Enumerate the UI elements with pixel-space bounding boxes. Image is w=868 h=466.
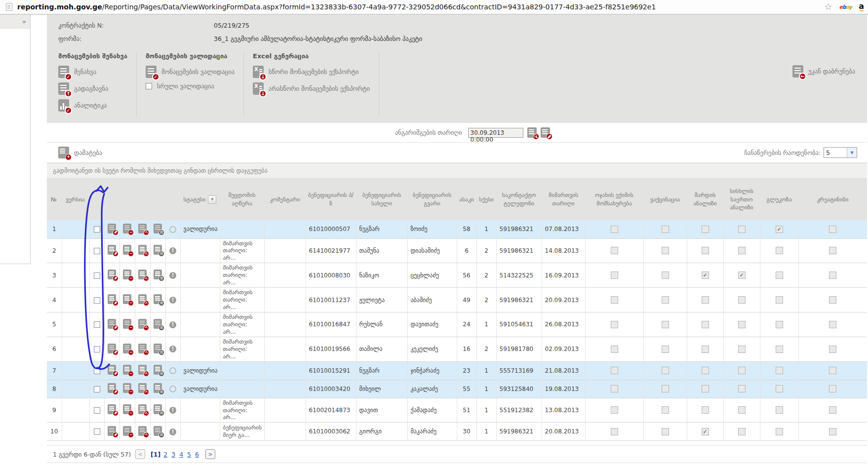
status-filter-button[interactable]: ▼ xyxy=(208,195,216,204)
row-select-checkbox[interactable] xyxy=(94,386,100,392)
urine-test-checkbox[interactable]: ✓ xyxy=(702,272,709,279)
glucose-checkbox[interactable] xyxy=(776,367,783,374)
blood-test-checkbox[interactable] xyxy=(738,226,746,233)
view-row-button[interactable] xyxy=(138,294,147,304)
family-doctor-checkbox[interactable] xyxy=(611,321,618,328)
vaccination-checkbox[interactable] xyxy=(662,428,669,435)
delete-row-button[interactable]: − xyxy=(123,344,131,353)
family-doctor-checkbox[interactable] xyxy=(611,296,618,304)
view-row-button[interactable] xyxy=(138,319,147,329)
history-row-button[interactable]: ≡ xyxy=(154,319,162,329)
creatinine-checkbox[interactable] xyxy=(829,226,836,233)
delete-row-button[interactable]: − xyxy=(123,319,131,329)
glucose-checkbox[interactable]: ✓ xyxy=(776,226,783,233)
report-date-input[interactable]: 30.09.2013 0:00:00 xyxy=(468,128,523,138)
browser-address-bar[interactable]: reporting.moh.gov.ge/Reporting/Pages/Dat… xyxy=(0,0,868,15)
glucose-checkbox[interactable] xyxy=(776,385,783,392)
row-select-checkbox[interactable] xyxy=(94,346,100,352)
creatinine-checkbox[interactable] xyxy=(829,296,836,304)
creatinine-checkbox[interactable] xyxy=(829,346,836,353)
page-link[interactable]: 6 xyxy=(195,451,199,458)
history-row-button[interactable]: ≡ xyxy=(154,294,162,304)
vaccination-checkbox[interactable] xyxy=(662,321,669,328)
view-row-button[interactable] xyxy=(138,245,147,255)
edit-row-button[interactable] xyxy=(108,344,116,353)
row-select-checkbox[interactable] xyxy=(94,428,100,435)
family-doctor-checkbox[interactable] xyxy=(611,406,618,414)
delete-row-button[interactable]: − xyxy=(123,270,131,279)
delete-row-button[interactable]: − xyxy=(123,245,131,255)
row-select-checkbox[interactable] xyxy=(94,407,100,414)
urine-test-checkbox[interactable] xyxy=(702,346,709,353)
row-select-checkbox[interactable] xyxy=(94,248,100,254)
blood-test-checkbox[interactable] xyxy=(738,385,746,392)
history-row-button[interactable]: ≡ xyxy=(154,245,162,255)
history-row-button[interactable]: ≡ xyxy=(154,426,162,436)
edit-row-button[interactable] xyxy=(108,404,116,414)
edit-row-button[interactable] xyxy=(108,383,116,393)
glucose-checkbox[interactable] xyxy=(776,406,783,414)
glucose-checkbox[interactable] xyxy=(776,272,783,279)
view-row-button[interactable] xyxy=(138,344,147,353)
urine-test-checkbox[interactable] xyxy=(702,247,709,254)
vaccination-checkbox[interactable] xyxy=(662,367,669,374)
history-row-button[interactable]: ≡ xyxy=(154,383,162,393)
view-row-button[interactable] xyxy=(138,365,147,375)
next-page-button[interactable]: > xyxy=(205,449,215,459)
validate-button[interactable]: ✓ მონაცემების ვალიდაცია xyxy=(146,66,235,78)
analytics-button[interactable]: ✓ ანალიტიკა xyxy=(58,99,127,112)
row-select-checkbox[interactable] xyxy=(94,226,100,233)
history-row-button[interactable]: ≡ xyxy=(154,344,162,353)
records-count-select[interactable]: 5 ▼ xyxy=(824,147,857,158)
row-select-checkbox[interactable] xyxy=(94,297,100,304)
creatinine-checkbox[interactable] xyxy=(829,428,836,435)
page-link[interactable]: 2 xyxy=(163,451,167,458)
send-button[interactable]: ↑ გადაგზავნა xyxy=(58,82,127,95)
page-link[interactable]: 3 xyxy=(171,451,175,458)
vaccination-checkbox[interactable] xyxy=(662,272,669,279)
vaccination-checkbox[interactable] xyxy=(662,226,669,233)
bookmark-star-icon[interactable]: ☆ xyxy=(824,2,832,11)
edit-row-button[interactable] xyxy=(108,270,116,279)
edit-row-button[interactable] xyxy=(108,319,116,329)
row-select-checkbox[interactable] xyxy=(94,321,100,328)
creatinine-checkbox[interactable] xyxy=(829,406,836,414)
urine-test-checkbox[interactable] xyxy=(702,406,709,414)
vaccination-checkbox[interactable] xyxy=(662,406,669,414)
family-doctor-checkbox[interactable] xyxy=(611,367,618,374)
urine-test-checkbox[interactable] xyxy=(702,367,709,374)
edit-row-button[interactable] xyxy=(108,365,116,375)
view-row-button[interactable] xyxy=(138,404,147,414)
edit-row-button[interactable] xyxy=(108,245,116,255)
creatinine-checkbox[interactable] xyxy=(829,321,836,328)
full-validation-checkbox[interactable] xyxy=(146,83,152,89)
vaccination-checkbox[interactable] xyxy=(662,346,669,353)
view-row-button[interactable] xyxy=(138,383,147,393)
history-row-button[interactable]: ≡ xyxy=(154,404,162,414)
view-row-button[interactable] xyxy=(138,270,147,279)
add-record-button[interactable]: + დამატება xyxy=(58,147,102,158)
delete-row-button[interactable]: − xyxy=(123,383,131,393)
full-validation-option[interactable]: სრული ვალიდაცია xyxy=(146,82,235,90)
url-text[interactable]: reporting.moh.gov.ge/Reporting/Pages/Dat… xyxy=(17,3,819,11)
urine-test-checkbox[interactable] xyxy=(702,226,709,233)
urine-test-checkbox[interactable] xyxy=(702,296,709,304)
export-valid-button[interactable]: ↓ სწორი მონაცემების ექსპორტი xyxy=(253,66,370,78)
glucose-checkbox[interactable] xyxy=(776,321,783,328)
family-doctor-checkbox[interactable] xyxy=(611,272,618,279)
delete-row-button[interactable]: − xyxy=(123,404,131,414)
vaccination-checkbox[interactable] xyxy=(662,247,669,254)
family-doctor-checkbox[interactable] xyxy=(611,385,618,392)
glucose-checkbox[interactable] xyxy=(776,428,783,435)
blood-test-checkbox[interactable] xyxy=(738,367,746,374)
family-doctor-checkbox[interactable] xyxy=(611,346,618,353)
prev-page-button[interactable]: < xyxy=(135,449,145,459)
blood-test-checkbox[interactable] xyxy=(738,296,746,304)
ebay-extension-icon[interactable]: ebay xyxy=(839,4,852,10)
group-by-hint-bar[interactable]: გადმოიტანეთ ის სვეტი რომლის მიხედვითაც გ… xyxy=(47,163,867,179)
glucose-checkbox[interactable] xyxy=(776,247,783,254)
glucose-checkbox[interactable] xyxy=(776,296,783,304)
creatinine-checkbox[interactable] xyxy=(829,367,836,374)
view-row-button[interactable] xyxy=(138,224,147,233)
blood-test-checkbox[interactable] xyxy=(738,406,746,414)
